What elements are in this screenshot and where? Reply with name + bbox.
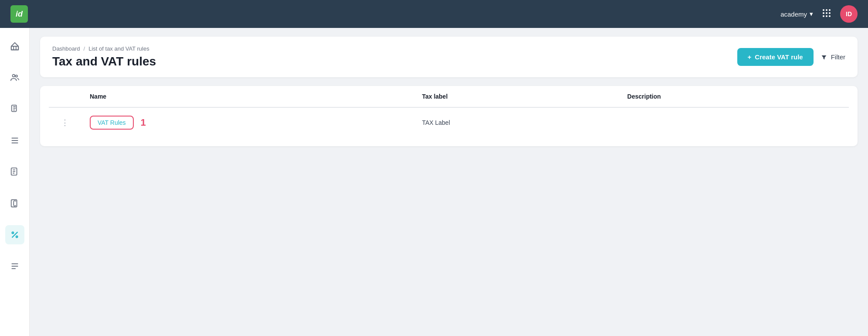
sidebar-item-users[interactable] [5,68,24,87]
svg-point-10 [12,75,15,77]
sidebar-item-billing[interactable] [5,194,24,213]
table-wrap: Name Tax label Description [40,86,858,146]
filter-button[interactable]: Filter [821,53,845,61]
svg-point-8 [829,15,831,17]
user-avatar[interactable]: ID [840,5,858,23]
svg-point-7 [826,15,827,17]
svg-point-5 [829,12,831,14]
create-vat-rule-button[interactable]: + Create VAT rule [737,48,814,66]
filter-label: Filter [831,53,845,61]
main-content: Dashboard / List of tax and VAT rules Ta… [30,28,868,336]
breadcrumb-separator: / [84,45,85,52]
academy-label: academy [780,10,807,18]
row-menu-cell: ⋮ [49,107,81,137]
table-header: Name Tax label Description [49,86,849,107]
page-title: Tax and VAT rules [52,55,156,69]
logo: id [10,5,28,23]
row-tax-label-cell: TAX Label [413,107,618,137]
layout: Dashboard / List of tax and VAT rules Ta… [0,28,868,336]
row-number: 1 [141,117,146,128]
svg-point-0 [823,9,824,11]
sidebar [0,28,30,336]
col-description-label: Description [627,93,661,100]
col-menu [49,86,81,107]
row-tax-label-value: TAX Label [422,119,450,126]
col-name: Name [81,86,413,107]
table-card: Name Tax label Description [40,86,858,146]
breadcrumb: Dashboard / List of tax and VAT rules [52,45,156,52]
sidebar-item-tax[interactable] [5,225,24,244]
navbar-right: academy ▾ ID [780,5,858,23]
academy-dropdown[interactable]: academy ▾ [780,10,813,18]
sidebar-item-invoice[interactable] [5,162,24,182]
svg-point-1 [826,9,827,11]
col-description: Description [619,86,849,107]
sidebar-item-list[interactable] [5,131,24,150]
sidebar-item-home[interactable] [5,37,24,56]
navbar-left: id [10,5,28,23]
svg-point-3 [823,12,824,14]
svg-point-11 [15,75,17,77]
svg-point-6 [823,15,824,17]
table-body: ⋮ VAT Rules 1 TAX Label [49,107,849,137]
col-name-label: Name [90,93,106,100]
vat-rules-table: Name Tax label Description [49,86,849,137]
logo-text: id [16,10,23,19]
svg-point-17 [16,236,17,238]
sidebar-item-documents[interactable] [5,99,24,119]
sidebar-item-reports[interactable] [5,257,24,276]
page-header-right: + Create VAT rule Filter [737,48,845,66]
chevron-down-icon: ▾ [810,10,813,18]
table-row: ⋮ VAT Rules 1 TAX Label [49,107,849,137]
row-description-cell [619,107,849,137]
breadcrumb-current: List of tax and VAT rules [88,45,149,52]
svg-rect-9 [11,46,18,50]
page-header: Dashboard / List of tax and VAT rules Ta… [40,37,858,77]
svg-point-16 [12,232,14,234]
name-cell-content: VAT Rules 1 [90,116,404,130]
col-tax-label-label: Tax label [422,93,448,100]
grid-icon[interactable] [822,8,831,20]
table-header-row: Name Tax label Description [49,86,849,107]
breadcrumb-dashboard[interactable]: Dashboard [52,45,80,52]
svg-point-2 [829,9,831,11]
row-context-menu-icon[interactable]: ⋮ [58,118,72,127]
create-vat-rule-label: Create VAT rule [755,53,803,61]
svg-point-4 [826,12,827,14]
row-name-cell: VAT Rules 1 [81,107,413,137]
plus-icon: + [748,53,752,61]
vat-rules-link[interactable]: VAT Rules [90,116,134,130]
col-tax-label: Tax label [413,86,618,107]
page-header-left: Dashboard / List of tax and VAT rules Ta… [52,45,156,69]
avatar-text: ID [846,10,852,17]
navbar: id academy ▾ ID [0,0,868,28]
